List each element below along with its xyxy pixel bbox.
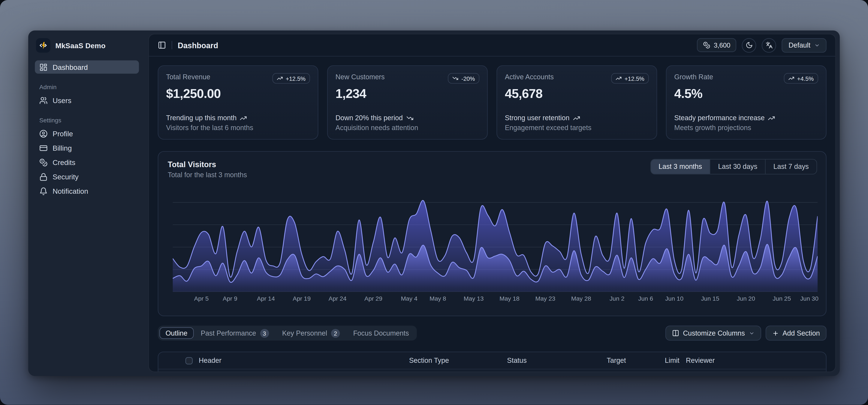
sidebar-item-dashboard[interactable]: Dashboard — [35, 60, 139, 74]
main-panel: Dashboard 3,600 — [149, 34, 835, 372]
tab-outline[interactable]: Outline — [159, 327, 193, 339]
sections-table: HeaderSection TypeStatusTargetLimitRevie… — [158, 352, 827, 372]
circle-user-icon — [39, 129, 48, 137]
x-tick-label: Apr 9 — [223, 295, 237, 302]
range-tab-last-7-days[interactable]: Last 7 days — [765, 159, 816, 174]
select-all-checkbox[interactable] — [186, 357, 193, 365]
page-title: Dashboard — [178, 41, 218, 50]
x-tick-label: Jun 10 — [665, 295, 683, 302]
plus-icon — [772, 330, 779, 336]
app-name: MkSaaS Demo — [55, 41, 105, 50]
column-header-header: Header — [199, 356, 221, 364]
credits-button[interactable]: 3,600 — [697, 38, 737, 52]
x-tick-label: Jun 25 — [773, 295, 791, 302]
customize-columns-button[interactable]: Customize Columns — [665, 325, 761, 341]
bell-icon — [39, 187, 48, 195]
topbar-divider — [172, 41, 172, 49]
x-tick-label: Jun 2 — [610, 295, 624, 302]
sidebar-item-users[interactable]: Users — [35, 94, 139, 107]
range-tab-last-3-months[interactable]: Last 3 months — [651, 159, 710, 174]
sidebar: MkSaaS Demo Dashboard AdminUsersSettings… — [28, 30, 146, 376]
layout-dashboard-icon — [39, 63, 48, 71]
layout-dashboard-icon — [39, 63, 48, 71]
stat-card-label: Growth Rate — [674, 73, 713, 81]
table-toolbar: OutlinePast Performance3Key Personnel2Fo… — [158, 325, 827, 341]
tab-label: Outline — [165, 329, 187, 337]
table-actions: Customize Columns Add Section — [665, 325, 827, 341]
lock-icon — [39, 173, 48, 181]
table-header-row: HeaderSection TypeStatusTargetLimitRevie… — [158, 352, 826, 369]
stat-card-label: Total Revenue — [166, 73, 210, 81]
tab-label: Focus Documents — [353, 329, 409, 337]
stat-card-footer: Down 20% this periodAcquisition needs at… — [336, 114, 479, 132]
stat-card-value: 4.5% — [674, 86, 818, 101]
stat-cards-row: Total Revenue+12.5%$1,250.00Trending up … — [158, 65, 827, 139]
sidebar-item-profile[interactable]: Profile — [35, 127, 139, 140]
language-toggle-button[interactable] — [762, 38, 776, 52]
workspace-switcher[interactable]: MkSaaS Demo — [35, 35, 139, 56]
sidebar-item-notification[interactable]: Notification — [35, 185, 139, 198]
stat-card-badge-value: +12.5% — [286, 75, 306, 82]
stat-card-footer: Steady performance increaseMeets growth … — [674, 114, 818, 132]
theme-toggle-button[interactable] — [742, 38, 756, 52]
chart-title: Total Visitors — [168, 160, 247, 169]
tab-past-performance[interactable]: Past Performance3 — [195, 327, 275, 339]
screen: MkSaaS Demo Dashboard AdminUsersSettings… — [0, 0, 868, 405]
stat-card-value: 45,678 — [505, 86, 649, 101]
stat-card-label: Active Accounts — [505, 73, 554, 81]
stat-card-footer-subtitle: Visitors for the last 6 months — [166, 124, 310, 132]
stat-card-trend-badge: +4.5% — [784, 73, 818, 84]
stat-card-footer-title: Down 20% this period — [336, 114, 403, 122]
add-section-button[interactable]: Add Section — [765, 325, 827, 341]
x-tick-label: Apr 5 — [194, 295, 209, 302]
moon-icon — [746, 41, 753, 49]
trending-up-icon — [768, 115, 775, 122]
column-header-section-type: Section Type — [409, 356, 449, 364]
trending-up-icon — [788, 75, 794, 81]
column-header-target: Target — [607, 356, 626, 364]
workspace-select[interactable]: Default — [782, 38, 827, 52]
x-tick-label: May 13 — [464, 295, 484, 302]
sidebar-item-billing[interactable]: Billing — [35, 141, 139, 155]
sidebar-item-credits[interactable]: Credits — [35, 156, 139, 169]
stat-card-badge-value: -20% — [461, 75, 475, 82]
stat-card-footer-title: Trending up this month — [166, 114, 237, 122]
x-tick-label: Apr 24 — [329, 295, 347, 302]
circle-user-icon — [39, 129, 48, 137]
x-tick-label: May 4 — [401, 295, 417, 302]
chevron-down-icon — [749, 330, 754, 336]
x-tick-label: Apr 19 — [292, 295, 311, 302]
tab-focus-documents[interactable]: Focus Documents — [347, 327, 415, 339]
stat-card-footer: Strong user retentionEngagement exceed t… — [505, 114, 649, 132]
table-row — [158, 369, 826, 372]
stat-card-footer-subtitle: Meets growth projections — [674, 124, 818, 132]
column-header-reviewer: Reviewer — [686, 356, 715, 364]
sidebar-item-label: Profile — [53, 129, 73, 137]
credit-card-icon — [39, 144, 48, 152]
stat-card-footer-subtitle: Engagement exceed targets — [505, 124, 649, 132]
sidebar-item-security[interactable]: Security — [35, 170, 139, 183]
trending-up-icon — [573, 115, 580, 122]
sidebar-item-label: Dashboard — [53, 63, 88, 71]
sidebar-group-label: Admin — [39, 84, 139, 90]
range-tab-last-30-days[interactable]: Last 30 days — [710, 159, 765, 174]
bell-icon — [39, 187, 48, 195]
tab-label: Key Personnel — [282, 329, 327, 337]
credit-card-icon — [39, 144, 48, 152]
tab-count-badge: 2 — [331, 329, 340, 338]
trending-down-icon — [406, 115, 413, 122]
stat-card-badge-value: +4.5% — [797, 75, 814, 82]
column-header-limit: Limit — [665, 356, 680, 364]
sidebar-toggle-button[interactable] — [158, 41, 166, 49]
x-tick-label: Apr 29 — [364, 295, 382, 302]
app-window: MkSaaS Demo Dashboard AdminUsersSettings… — [28, 30, 840, 376]
time-range-tabs: Last 3 monthsLast 30 daysLast 7 days — [650, 159, 817, 175]
stat-card-label: New Customers — [336, 73, 385, 81]
sidebar-nav-groups: AdminUsersSettingsProfileBillingCreditsS… — [35, 84, 139, 197]
coins-icon — [39, 158, 48, 166]
trending-up-icon — [240, 115, 247, 122]
tab-key-personnel[interactable]: Key Personnel2 — [276, 327, 346, 339]
stat-card-footer-title: Strong user retention — [505, 114, 569, 122]
section-tabs: OutlinePast Performance3Key Personnel2Fo… — [158, 325, 417, 341]
workspace-value: Default — [788, 41, 810, 49]
